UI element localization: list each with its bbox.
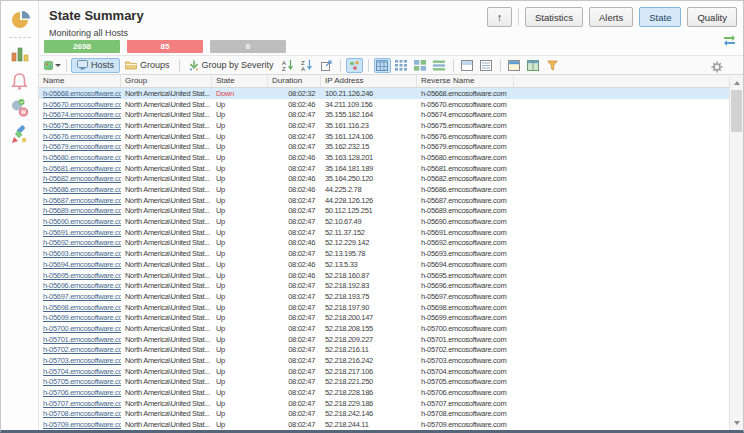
groups-view-button[interactable]: Groups	[120, 58, 175, 73]
table-row[interactable]: h-05680.emcosoftware.comNorth America\Un…	[39, 152, 743, 163]
table-row[interactable]: h-05708.emcosoftware.comNorth America\Un…	[39, 409, 743, 420]
alerts-tab[interactable]	[8, 69, 32, 93]
host-name-link[interactable]: h-05709.emcosoftware.com	[39, 420, 121, 429]
host-name-link[interactable]: h-05699.emcosoftware.com	[39, 313, 121, 322]
host-name-link[interactable]: h-05701.emcosoftware.com	[39, 335, 121, 344]
views-dropdown-button[interactable]	[44, 58, 61, 73]
quality-tab[interactable]	[8, 123, 32, 147]
tab-quality[interactable]: Quality	[687, 7, 737, 27]
table-row[interactable]: h-05690.emcosoftware.comNorth America\Un…	[39, 216, 743, 227]
host-name-link[interactable]: h-05696.emcosoftware.com	[39, 281, 121, 290]
table-row[interactable]: h-05701.emcosoftware.comNorth America\Un…	[39, 334, 743, 345]
host-name-link[interactable]: h-05700.emcosoftware.com	[39, 324, 121, 333]
host-name-link[interactable]: h-05691.emcosoftware.com	[39, 228, 121, 237]
table-row[interactable]: h-05679.emcosoftware.comNorth America\Un…	[39, 141, 743, 152]
host-name-link[interactable]: h-05707.emcosoftware.com	[39, 399, 121, 408]
host-name-link[interactable]: h-05705.emcosoftware.com	[39, 377, 121, 386]
table-row[interactable]: h-05670.emcosoftware.comNorth America\Un…	[39, 99, 743, 110]
view-grid-button[interactable]	[393, 58, 410, 73]
table-row[interactable]: h-05695.emcosoftware.comNorth America\Un…	[39, 270, 743, 281]
host-name-link[interactable]: h-05681.emcosoftware.com	[39, 164, 121, 173]
scroll-up-icon[interactable]	[734, 81, 740, 85]
column-header-state[interactable]: State	[212, 75, 268, 87]
host-name-link[interactable]: h-05698.emcosoftware.com	[39, 303, 121, 312]
column-header-ip[interactable]: IP Address	[321, 75, 417, 87]
table-row[interactable]: h-05686.emcosoftware.comNorth America\Un…	[39, 184, 743, 195]
table-row[interactable]: h-05687.emcosoftware.comNorth America\Un…	[39, 195, 743, 206]
settings-gear-icon[interactable]	[711, 59, 723, 77]
table-row[interactable]: h-05704.emcosoftware.comNorth America\Un…	[39, 366, 743, 377]
severity-colors-toggle[interactable]	[346, 58, 363, 73]
host-name-link[interactable]: h-05692.emcosoftware.com	[39, 238, 121, 247]
sort-ascending-button[interactable]: A Z	[280, 58, 297, 73]
auto-refresh-icon[interactable]	[723, 32, 736, 43]
panel-split-button[interactable]	[459, 58, 476, 73]
filter-button[interactable]	[544, 58, 561, 73]
host-name-link[interactable]: h-05679.emcosoftware.com	[39, 142, 121, 151]
tab-statistics[interactable]: Statistics	[525, 7, 583, 27]
table-row[interactable]: h-05689.emcosoftware.comNorth America\Un…	[39, 206, 743, 217]
host-name-link[interactable]: h-05708.emcosoftware.com	[39, 409, 121, 418]
table-row[interactable]: h-05674.emcosoftware.comNorth America\Un…	[39, 109, 743, 120]
table-row[interactable]: h-05699.emcosoftware.comNorth America\Un…	[39, 312, 743, 323]
column-header-duration[interactable]: Duration	[268, 75, 321, 87]
table-row[interactable]: h-05668.emcosoftware.comNorth America\Un…	[39, 88, 743, 99]
host-name-link[interactable]: h-05674.emcosoftware.com	[39, 110, 121, 119]
column-header-reverse[interactable]: Reverse Name	[417, 75, 514, 87]
panel-header-button[interactable]	[506, 58, 523, 73]
host-name-link[interactable]: h-05682.emcosoftware.com	[39, 174, 121, 183]
column-header-name[interactable]: Name	[39, 75, 121, 87]
vertical-scrollbar[interactable]	[729, 76, 743, 430]
host-name-link[interactable]: h-05694.emcosoftware.com	[39, 260, 121, 269]
tab-state[interactable]: State	[639, 7, 681, 27]
table-row[interactable]: h-05676.emcosoftware.comNorth America\Un…	[39, 131, 743, 142]
sort-descending-button[interactable]: Z A	[299, 58, 316, 73]
table-row[interactable]: h-05705.emcosoftware.comNorth America\Un…	[39, 377, 743, 388]
host-name-link[interactable]: h-05670.emcosoftware.com	[39, 100, 121, 109]
view-rows-button[interactable]	[431, 58, 448, 73]
host-name-link[interactable]: h-05689.emcosoftware.com	[39, 206, 121, 215]
table-row[interactable]: h-05709.emcosoftware.comNorth America\Un…	[39, 419, 743, 430]
table-row[interactable]: h-05682.emcosoftware.comNorth America\Un…	[39, 174, 743, 185]
host-name-link[interactable]: h-05690.emcosoftware.com	[39, 217, 121, 226]
host-name-link[interactable]: h-05680.emcosoftware.com	[39, 153, 121, 162]
table-row[interactable]: h-05698.emcosoftware.comNorth America\Un…	[39, 302, 743, 313]
table-row[interactable]: h-05706.emcosoftware.comNorth America\Un…	[39, 387, 743, 398]
table-row[interactable]: h-05703.emcosoftware.comNorth America\Un…	[39, 355, 743, 366]
table-row[interactable]: h-05693.emcosoftware.comNorth America\Un…	[39, 248, 743, 259]
collapse-up-button[interactable]: ↑	[487, 7, 512, 27]
table-row[interactable]: h-05696.emcosoftware.comNorth America\Un…	[39, 280, 743, 291]
panel-columns-button[interactable]	[525, 58, 542, 73]
view-table-button[interactable]	[374, 58, 391, 73]
scroll-down-icon[interactable]	[734, 421, 740, 425]
host-name-link[interactable]: h-05676.emcosoftware.com	[39, 132, 121, 141]
summary-tab[interactable]	[8, 8, 32, 32]
table-row[interactable]: h-05675.emcosoftware.comNorth America\Un…	[39, 120, 743, 131]
table-row[interactable]: h-05700.emcosoftware.comNorth America\Un…	[39, 323, 743, 334]
table-row[interactable]: h-05691.emcosoftware.comNorth America\Un…	[39, 227, 743, 238]
host-name-link[interactable]: h-05704.emcosoftware.com	[39, 367, 121, 376]
host-name-link[interactable]: h-05687.emcosoftware.com	[39, 196, 121, 205]
table-row[interactable]: h-05692.emcosoftware.comNorth America\Un…	[39, 238, 743, 249]
open-popup-button[interactable]	[318, 58, 335, 73]
host-name-link[interactable]: h-05702.emcosoftware.com	[39, 345, 121, 354]
host-name-link[interactable]: h-05668.emcosoftware.com	[39, 89, 121, 98]
column-header-group[interactable]: Group	[121, 75, 212, 87]
hosts-view-button[interactable]: Hosts	[71, 58, 120, 73]
host-name-link[interactable]: h-05693.emcosoftware.com	[39, 249, 121, 258]
scrollbar-thumb[interactable]	[731, 90, 742, 132]
table-row[interactable]: h-05707.emcosoftware.comNorth America\Un…	[39, 398, 743, 409]
table-row[interactable]: h-05702.emcosoftware.comNorth America\Un…	[39, 345, 743, 356]
host-name-link[interactable]: h-05703.emcosoftware.com	[39, 356, 121, 365]
state-tab[interactable]	[8, 96, 32, 120]
host-name-link[interactable]: h-05686.emcosoftware.com	[39, 185, 121, 194]
view-blocks-button[interactable]	[412, 58, 429, 73]
statistics-tab[interactable]	[8, 42, 32, 66]
table-row[interactable]: h-05681.emcosoftware.comNorth America\Un…	[39, 163, 743, 174]
panel-list-button[interactable]	[478, 58, 495, 73]
tab-alerts[interactable]: Alerts	[589, 7, 633, 27]
host-name-link[interactable]: h-05697.emcosoftware.com	[39, 292, 121, 301]
host-name-link[interactable]: h-05675.emcosoftware.com	[39, 121, 121, 130]
group-by-severity-button[interactable]: Group by Severity	[184, 58, 279, 73]
table-row[interactable]: h-05694.emcosoftware.comNorth America\Un…	[39, 259, 743, 270]
